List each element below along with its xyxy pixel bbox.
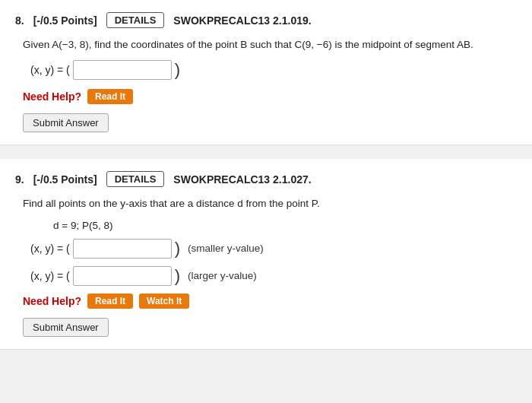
question-8-code: SWOKPRECALC13 2.1.019. — [173, 14, 311, 27]
question-8-details-button[interactable]: DETAILS — [106, 12, 165, 28]
question-8-text: Given A(−3, 8), find the coordinates of … — [15, 37, 517, 52]
question-9-submit-row: Submit Answer — [15, 318, 517, 337]
question-9-number: 9. — [15, 173, 24, 186]
question-9-xy-prefix-larger: (x, y) = ( — [30, 270, 70, 282]
question-8-read-it-button[interactable]: Read It — [87, 89, 133, 104]
question-8-answer-input[interactable] — [73, 60, 172, 80]
question-9-xy-suffix-smaller: ) — [175, 240, 180, 257]
question-8-number: 8. — [15, 14, 24, 27]
question-8-xy-suffix: ) — [175, 62, 180, 78]
question-9-header: 9. [-/0.5 Points] DETAILS SWOKPRECALC13 … — [15, 171, 517, 187]
question-9-larger-label: (larger y-value) — [188, 270, 257, 281]
question-9-smaller-input[interactable] — [73, 239, 172, 259]
question-9-smaller-row: (x, y) = ( ) (smaller y-value) — [15, 239, 517, 259]
question-9-smaller-label: (smaller y-value) — [188, 243, 264, 254]
question-9-larger-input[interactable] — [73, 266, 172, 286]
question-8-header: 8. [-/0.5 Points] DETAILS SWOKPRECALC13 … — [15, 12, 517, 28]
question-9-d-values: d = 9; P(5, 8) — [15, 220, 517, 231]
question-9-points: [-/0.5 Points] — [33, 173, 97, 186]
question-9-xy-prefix-smaller: (x, y) = ( — [30, 243, 70, 255]
question-9-xy-suffix-larger: ) — [175, 268, 180, 284]
question-9-details-button[interactable]: DETAILS — [106, 171, 165, 187]
question-8-submit-button[interactable]: Submit Answer — [23, 113, 109, 132]
question-9-code: SWOKPRECALC13 2.1.027. — [173, 173, 311, 186]
question-9-need-help-label: Need Help? — [23, 295, 81, 307]
question-8-xy-prefix: (x, y) = ( — [30, 64, 70, 76]
question-8-help-row: Need Help? Read It — [15, 89, 517, 104]
question-8-answer-row: (x, y) = ( ) — [15, 60, 517, 80]
question-spacer — [0, 145, 532, 159]
question-9-block: 9. [-/0.5 Points] DETAILS SWOKPRECALC13 … — [0, 159, 532, 349]
question-9-submit-button[interactable]: Submit Answer — [23, 318, 109, 337]
question-9-text: Find all points on the y-axis that are a… — [15, 196, 517, 211]
question-8-points: [-/0.5 Points] — [33, 14, 97, 27]
question-8-submit-row: Submit Answer — [15, 113, 517, 132]
question-9-read-it-button[interactable]: Read It — [87, 294, 133, 309]
question-8-need-help-label: Need Help? — [23, 90, 81, 103]
question-8-block: 8. [-/0.5 Points] DETAILS SWOKPRECALC13 … — [0, 0, 532, 145]
question-9-larger-row: (x, y) = ( ) (larger y-value) — [15, 266, 517, 286]
question-9-help-row: Need Help? Read It Watch It — [15, 294, 517, 309]
question-9-watch-it-button[interactable]: Watch It — [139, 294, 189, 309]
